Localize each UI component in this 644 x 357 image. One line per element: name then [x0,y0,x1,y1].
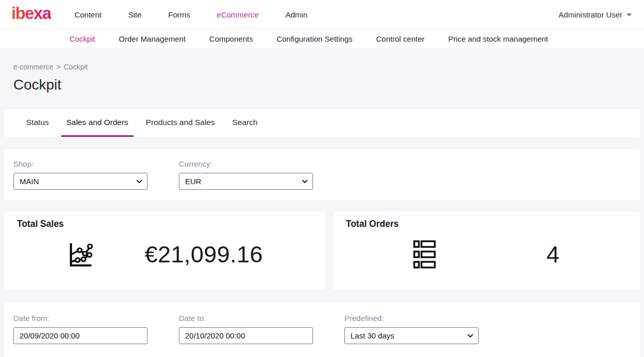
tab-products-and-sales[interactable]: Products and Sales [141,109,220,137]
subnav-item-components[interactable]: Components [209,34,253,43]
total-orders-value: 4 [546,241,560,268]
breadcrumb-current[interactable]: Cockpit [64,63,88,71]
total-orders-card: Total Orders 4 [333,211,640,290]
subnav-item-configuration-settings[interactable]: Configuration Settings [277,34,353,43]
date-from-input[interactable] [13,327,148,344]
ecommerce-subnav: Cockpit Order Management Components Conf… [0,29,644,49]
total-sales-value: €21,099.16 [144,241,263,268]
nav-item-forms[interactable]: Forms [168,10,190,19]
top-header: ibexa Content Site Forms eCommerce Admin… [0,0,644,29]
page-title: Cockpit [13,77,644,93]
user-menu[interactable]: Administrator User [559,10,632,19]
predefined-field: Predefined: Last 30 days [344,314,479,344]
total-orders-title: Total Orders [333,211,640,229]
list-icon [413,240,436,270]
breadcrumb-parent[interactable]: e-commerce [13,63,53,71]
main-nav: Content Site Forms eCommerce Admin [75,10,307,19]
date-filter-panel: Date from: Date to: Predefined: Last 30 … [4,302,640,357]
nav-item-site[interactable]: Site [128,10,141,19]
date-to-field: Date to: [179,314,313,344]
tab-sales-and-orders[interactable]: Sales and Orders [61,109,134,137]
nav-item-content[interactable]: Content [75,10,102,19]
date-from-label: Date from: [13,314,148,323]
subnav-item-price-stock[interactable]: Price and stock management [448,34,548,43]
nav-item-ecommerce[interactable]: eCommerce [217,10,259,19]
date-to-label: Date to: [179,314,313,323]
shop-label: Shop: [13,159,148,168]
breadcrumb-separator: > [57,63,61,71]
tab-strip: Status Sales and Orders Products and Sal… [4,109,640,137]
predefined-select[interactable]: Last 30 days [344,327,479,344]
currency-label: Currency: [179,159,313,168]
line-chart-icon [66,240,96,270]
currency-select[interactable]: EUR [179,173,313,190]
subnav-item-control-center[interactable]: Control center [376,34,425,43]
breadcrumb: e-commerce>Cockpit [13,63,644,71]
subnav-item-order-management[interactable]: Order Management [119,34,186,43]
tab-status[interactable]: Status [21,109,54,137]
ibexa-logo[interactable]: ibexa [11,5,51,22]
total-sales-card: Total Sales €2 [4,211,325,290]
tab-search[interactable]: Search [227,109,263,137]
nav-item-admin[interactable]: Admin [285,10,307,19]
total-sales-title: Total Sales [4,211,325,229]
currency-field: Currency: EUR [179,159,313,190]
date-to-input[interactable] [179,327,313,344]
shop-field: Shop: MAIN [13,159,148,190]
stats-row: Total Sales €2 [4,211,640,290]
predefined-label: Predefined: [344,314,479,323]
user-name: Administrator User [559,10,622,19]
subnav-item-cockpit[interactable]: Cockpit [69,34,95,43]
date-from-field: Date from: [13,314,148,344]
shop-currency-panel: Shop: MAIN Currency: EUR [4,149,640,200]
chevron-down-icon [627,13,632,16]
shop-select[interactable]: MAIN [13,173,148,190]
